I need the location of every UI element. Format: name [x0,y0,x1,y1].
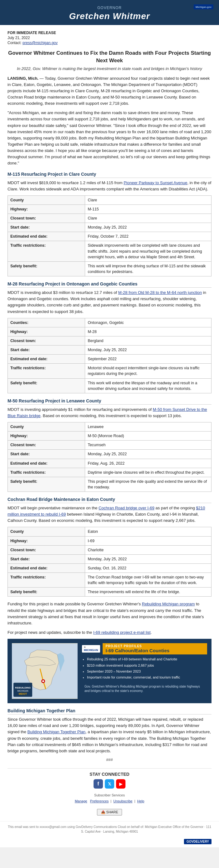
table-row: CountyClare [8,195,212,205]
profile-bullets: Rebuilding 25 miles of I-69 between Mars… [82,657,207,681]
table-row: Counties:Ontonagon, Gogebic [8,318,212,327]
table-row: Start date:Monday, July 25, 2022 [8,554,212,563]
table-row: Safety benefit:These improvements will e… [8,588,212,597]
section-heading-m50: M-50 Resurfacing Project in Lenawee Coun… [7,398,212,405]
table-row: Traffic restrictions:Daytime single-lane… [8,468,212,477]
bmt-link[interactable]: Building Michigan Together Plan [28,730,86,734]
list-item: Rebuilding 25 miles of I-69 between Mars… [87,657,207,662]
contact-email-link[interactable]: press@michigan.gov [23,41,58,45]
subscriber-services: Subscriber Services Manage Preferences |… [7,792,212,804]
i69-email-list-link[interactable]: I-69 rebuilding project e-mail list [93,630,151,635]
list-item: September 2020 – November 2023 [87,669,207,674]
subheadline: In 2022, Gov. Whitmer is making the larg… [7,66,212,71]
section-intro-m50: MDOT is investing approximately $1 milli… [7,406,212,419]
governor-name: Gretchen Whitmer [3,11,216,21]
release-contact: Contact: press@michigan.gov [7,41,212,45]
section-intro-m115: MDOT will invest $819,000 to resurface 1… [7,180,212,192]
headline: Governor Whitmer Continues to Fix the Da… [7,50,212,64]
stay-connected-section: STAY CONNECTED f 𝕏 ▶ Subscriber Services… [7,768,212,815]
table-row: Start date:Monday, July 25, 2022 [8,223,212,232]
dateline: LANSING, Mich. [7,76,38,81]
share-button[interactable]: 📤 SHARE [97,809,122,815]
table-row: Traffic restrictions:Sidewalk improvemen… [8,241,212,261]
body-p1: LANSING, Mich. — Today, Governor Gretche… [7,75,212,107]
pp-title: I-69 Calhoun/Eaton Counties [106,648,204,653]
m115-table: CountyClare Highway:M-115 Closest town:C… [7,195,212,276]
preferences-link[interactable]: Preferences [90,799,108,803]
table-row: Estimated end date:Friday, October 7, 20… [8,232,212,241]
footer-legal: This email was sent to xxxxxx@gmail.com … [0,821,219,837]
table-row: CountyLenawee [8,423,212,432]
twitter-icon[interactable]: 𝕏 [105,779,114,788]
youtube-icon[interactable]: ▶ [116,779,125,788]
profile-title-block: PROJECT PROFILES I-69 Calhoun/Eaton Coun… [103,643,208,654]
table-row: Highway:I-69 [8,536,212,545]
cochran-p2: Funding for this project is made possibl… [7,601,212,626]
govdelivery-logo: GOVDELIVERY [184,839,212,844]
email-wrapper: Governor Gretchen Whitmer Michigan.gov F… [0,0,219,847]
release-date: July 21, 2022 [7,36,212,40]
table-row: Traffic restrictions:The Cochran Road br… [8,573,212,588]
michigan-badge: Michigan.gov [194,4,213,9]
table-row: Closest town:Bergland [8,336,212,345]
table-row: Start date:Monday, July 25, 2022 [8,345,212,354]
m50-table: CountyLenawee Highway:M-50 (Monroe Road)… [7,422,212,492]
release-label: FOR IMMEDIATE RELEASE [7,31,212,35]
svg-text:REBUILDING: REBUILDING [15,686,31,689]
profile-header: ☯ MICHIGAN PROJECT PROFILES I-69 Calhoun… [82,643,207,654]
section-intro-cochran: MDOT will begin preventative maintenance… [7,505,212,524]
svg-point-2 [42,680,44,682]
section-heading-m28: M-28 Resurfacing Project in Ontonagon an… [7,281,212,288]
governor-label: Governor [3,6,216,10]
list-item: $210 million investment supports 2,667 j… [87,663,207,668]
share-button-container: 📤 SHARE [7,807,212,815]
body-p2: "Across Michigan, we are moving dirt and… [7,110,212,166]
section-intro-m28: MDOT is investing about $3 million to re… [7,289,212,315]
table-row: Estimated end date:Friday, Aug. 26, 2022 [8,459,212,468]
section-heading-m115: M-115 Resurfacing Project in Clare Count… [7,172,212,178]
profile-map: REBUILDING MICHIGAN MDOT [12,643,77,699]
table-row: Closest town:Charlotte [8,545,212,554]
list-item: Important route for commuter, commercial… [87,675,207,680]
unsubscribe-link[interactable]: Unsubscribe [113,799,132,803]
help-link[interactable]: Help [137,799,144,803]
content-area: FOR IMMEDIATE RELEASE July 21, 2022 Cont… [0,25,219,821]
table-row: Estimated end date:Sunday, Oct. 16, 2022 [8,563,212,572]
divider: ### [7,757,212,762]
table-row: Safety benefit:This work will improve th… [8,261,212,276]
bmt-p1: Since Governor Whitmer took office throu… [7,716,212,754]
table-row: Highway:M-28 [8,327,212,336]
m28-link[interactable]: M-28 from Old M-28 to the M-64 north jun… [118,290,202,295]
table-row: Safety benefit:This project will improve… [8,477,212,492]
facebook-icon[interactable]: f [94,779,103,788]
table-row: Traffic restrictions:Motorist should exp… [8,364,212,378]
m50-link[interactable]: M-50 from Sunset Drive to the Blue Raisi… [7,407,207,418]
michigan-map-svg: REBUILDING MICHIGAN MDOT [12,643,77,699]
m115-link[interactable]: Pioneer Parkway to Sunset Avenue [124,180,187,185]
header: Governor Gretchen Whitmer Michigan.gov [0,0,219,25]
rebuilding-michigan-link[interactable]: Rebuilding Michigan program [142,601,195,606]
table-row: Safety benefit:This work will extend the… [8,378,212,393]
cochran-table: CountyEaton Highway:I-69 Closest town:Ch… [7,527,212,597]
michigan-logo: ☯ MICHIGAN [82,645,100,653]
caption-box: Gov. Gretchen Whitmer's Rebuilding Michi… [82,683,207,695]
table-row: Closest town:Tecumseh [8,440,212,450]
table-row: Start date:Monday, July 25, 2022 [8,450,212,459]
profile-right: ☯ MICHIGAN PROJECT PROFILES I-69 Calhoun… [82,643,207,699]
cochran-link[interactable]: Cochran Road bridge over I-69 [98,506,155,510]
section-heading-cochran: Cochran Road Bridge Maintenance in Eaton… [7,497,212,503]
table-row: Highway:M-115 [8,205,212,214]
cochran-p3: For project news and updates, subscribe … [7,629,212,636]
caption-text: Gov. Gretchen Whitmer's Rebuilding Michi… [85,684,205,693]
manage-link[interactable]: Manage [75,799,87,803]
m28-table: Counties:Ontonagon, Gogebic Highway:M-28… [7,318,212,393]
social-icons-group: f 𝕏 ▶ [7,779,212,788]
project-profile-box: REBUILDING MICHIGAN MDOT ☯ MICHIGAN PROJ… [7,639,212,703]
table-row: Highway:M-50 (Monroe Road) [8,432,212,440]
pp-label: PROJECT PROFILES [106,645,204,648]
table-row: CountyEaton [8,527,212,536]
svg-text:MICHIGAN: MICHIGAN [18,690,28,692]
table-row: Estimated end date:September 2022 [8,354,212,364]
stay-connected-label: STAY CONNECTED [7,772,212,777]
svg-text:MDOT: MDOT [19,692,27,695]
